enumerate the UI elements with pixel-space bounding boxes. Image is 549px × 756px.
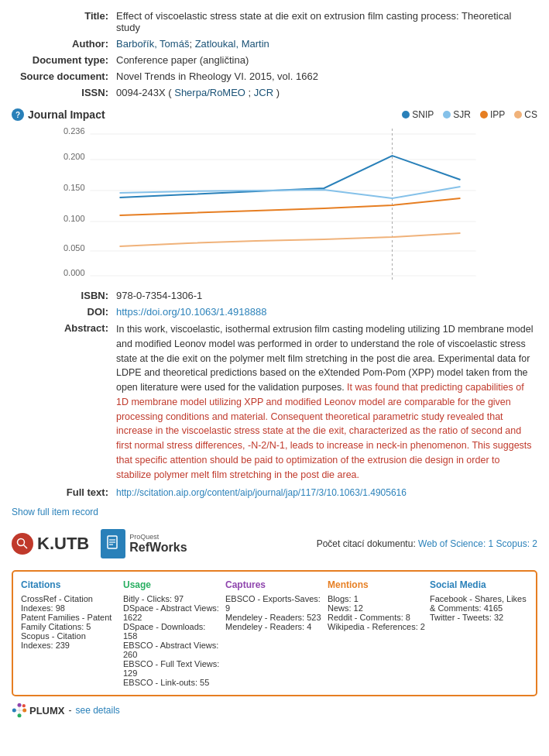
- title-text: Effect of viscoelastic stress state at d…: [116, 10, 511, 33]
- doctype-row: Document type: Conference paper (angličt…: [12, 52, 537, 68]
- sjr-dot: [443, 111, 451, 119]
- source-value: Novel Trends in Rheology VI. 2015, vol. …: [112, 68, 537, 84]
- social-header: Social Media: [430, 579, 528, 590]
- abstract-row: Abstract: In this work, viscoelastic, is…: [12, 320, 537, 484]
- mentions-item-1: Blogs: 1: [328, 594, 426, 603]
- doi-label: DOI:: [12, 304, 112, 320]
- sjr-label: SJR: [453, 109, 471, 120]
- usage-item-5: EBSCO - Full Text Views: 129: [123, 659, 221, 678]
- kutb-search-icon: [12, 533, 33, 555]
- citations-item-2: Patent Families - Patent Family Citation…: [21, 613, 119, 631]
- chart-legend: SNIP SJR IPP CS: [402, 109, 537, 120]
- proquest-label: ProQuest: [129, 533, 187, 541]
- altmetrics-citations-col: Citations CrossRef - Citation Indexes: 9…: [21, 579, 119, 687]
- kutb-text-label: K.UTB: [37, 534, 89, 554]
- metadata-table: Title: Effect of viscoelastic stress sta…: [12, 8, 537, 101]
- wos-count-link[interactable]: Web of Science: 1: [418, 538, 496, 549]
- chart-section: ? Journal Impact SNIP SJR IPP C: [12, 108, 537, 280]
- altmetrics-usage-col: Usage Bitly - Clicks: 97 DSpace - Abstra…: [123, 579, 221, 687]
- wos-value: 1: [489, 538, 494, 549]
- altmetrics-social-col: Social Media Facebook - Shares, Likes & …: [430, 579, 528, 687]
- cs-dot: [514, 111, 522, 119]
- main-container: Title: Effect of viscoelastic stress sta…: [0, 0, 549, 726]
- plumx-see-details-link[interactable]: see details: [76, 705, 120, 716]
- title-row: Title: Effect of viscoelastic stress sta…: [12, 8, 537, 36]
- citations-header: Citations: [21, 579, 119, 590]
- source-label: Source document:: [12, 68, 112, 84]
- isbn-label: ISBN:: [12, 287, 112, 304]
- abstract-highlight: It was found that predicting capabilitie…: [116, 382, 532, 480]
- plumx-logo: PLUMX: [12, 703, 65, 718]
- doi-row: DOI: https://doi.org/10.1063/1.4918888: [12, 304, 537, 320]
- logos-left: K.UTB ProQuest RefWorks: [12, 529, 187, 558]
- search-icon: [16, 538, 29, 550]
- kutb-logo: K.UTB: [12, 533, 89, 555]
- scopus-value: 2: [532, 538, 537, 549]
- refworks-text: ProQuest RefWorks: [129, 533, 187, 555]
- usage-header: Usage: [123, 579, 221, 590]
- svg-point-25: [18, 703, 22, 707]
- author1-link[interactable]: Barbořík, Tomáš: [116, 38, 189, 50]
- svg-point-27: [18, 713, 22, 717]
- altmetrics-mentions-col: Mentions Blogs: 1 News: 12 Reddit - Comm…: [328, 579, 426, 687]
- title-value: Effect of viscoelastic stress state at d…: [112, 8, 537, 36]
- citations-item-3: Scopus - Citation Indexes: 239: [21, 631, 119, 650]
- scopus-count-link[interactable]: Scopus: 2: [496, 538, 537, 549]
- isbn-doi-table: ISBN: 978-0-7354-1306-1 DOI: https://doi…: [12, 287, 537, 500]
- legend-snip: SNIP: [402, 109, 434, 120]
- plumx-text: PLUMX: [29, 705, 65, 716]
- isbn-value: 978-0-7354-1306-1: [112, 287, 537, 304]
- svg-line-20: [24, 545, 28, 549]
- chart-wrapper: 0.236 0.200 0.150 0.100 0.050 0.000 2011…: [12, 125, 537, 280]
- usage-item-1: Bitly - Clicks: 97: [123, 594, 221, 603]
- isbn-row: ISBN: 978-0-7354-1306-1: [12, 287, 537, 304]
- cs-label: CS: [524, 109, 537, 120]
- captures-item-2: Mendeley - Readers: 523: [225, 613, 324, 622]
- fulltext-row: Full text: http://scitation.aip.org/cont…: [12, 484, 537, 500]
- social-item-2: Twitter - Tweets: 32: [430, 613, 528, 622]
- svg-point-29: [22, 704, 26, 707]
- usage-item-6: EBSCO - Link-outs: 55: [123, 678, 221, 687]
- fulltext-link[interactable]: http://scitation.aip.org/content/aip/jou…: [116, 487, 407, 498]
- author-value: Barbořík, Tomáš; Zatloukal, Martin: [112, 36, 537, 52]
- doi-link[interactable]: https://doi.org/10.1063/1.4918888: [116, 306, 266, 318]
- svg-text:0.050: 0.050: [63, 243, 85, 253]
- logos-section: K.UTB ProQuest RefWorks Po: [12, 525, 537, 562]
- captures-item-3: Mendeley - Readers: 4: [225, 622, 324, 631]
- legend-cs: CS: [514, 109, 537, 120]
- snip-label: SNIP: [412, 109, 434, 120]
- document-icon: [106, 535, 120, 552]
- author2-link[interactable]: Zatloukal, Martin: [195, 38, 269, 50]
- wos-label: Web of Science:: [418, 538, 486, 549]
- svg-point-28: [12, 709, 16, 713]
- svg-text:0.000: 0.000: [63, 268, 85, 277]
- title-label: Title:: [12, 8, 112, 36]
- citation-count: Počet citací dokumentu: Web of Science: …: [317, 538, 537, 549]
- svg-point-26: [22, 709, 26, 713]
- svg-point-19: [18, 539, 25, 546]
- show-item-record-link[interactable]: Show full item record: [12, 507, 537, 517]
- doctype-value: Conference paper (angličtina): [112, 52, 537, 68]
- ipp-label: IPP: [490, 109, 505, 120]
- fulltext-value: http://scitation.aip.org/content/aip/jou…: [112, 484, 537, 500]
- scopus-label: Scopus:: [496, 538, 530, 549]
- issn-label: ISSN:: [12, 84, 112, 101]
- fulltext-label: Full text:: [12, 484, 112, 500]
- social-item-1: Facebook - Shares, Likes & Comments: 416…: [430, 594, 528, 613]
- chart-title: Journal Impact: [28, 108, 105, 121]
- author-label: Author:: [12, 36, 112, 52]
- usage-item-3: DSpace - Downloads: 158: [123, 622, 221, 641]
- refworks-logo: ProQuest RefWorks: [101, 529, 187, 558]
- svg-text:0.236: 0.236: [63, 126, 85, 136]
- altmetrics-captures-col: Captures EBSCO - Exports-Saves: 9 Mendel…: [225, 579, 324, 687]
- issn-row: ISSN: 0094-243X ( Sherpa/RoMEO ; JCR ): [12, 84, 537, 101]
- help-icon[interactable]: ?: [12, 108, 24, 121]
- sherpa-romeo-link[interactable]: Sherpa/RoMEO: [174, 87, 245, 98]
- plumx-icon: [12, 703, 27, 718]
- issn-text: 0094-243X: [116, 87, 166, 98]
- jcr-link[interactable]: JCR: [254, 87, 273, 98]
- abstract-text: In this work, viscoelastic, isothermal e…: [116, 324, 533, 480]
- doctype-label: Document type:: [12, 52, 112, 68]
- refworks-icon: [101, 529, 125, 558]
- abstract-value: In this work, viscoelastic, isothermal e…: [112, 320, 537, 484]
